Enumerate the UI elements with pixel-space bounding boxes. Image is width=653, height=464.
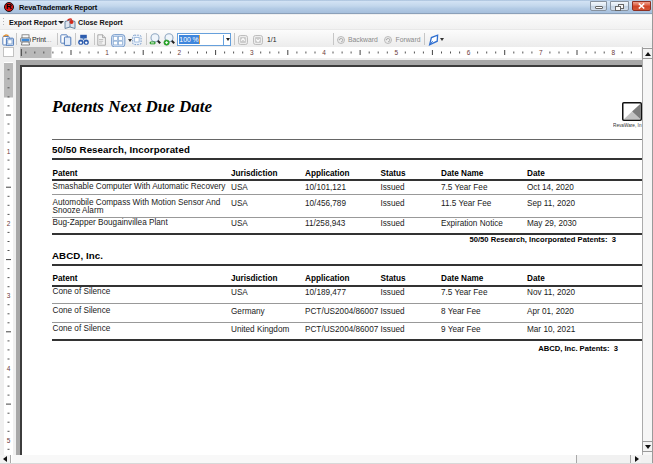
svg-text:4: 4 xyxy=(322,49,326,56)
svg-text:3: 3 xyxy=(7,292,11,299)
svg-text:5: 5 xyxy=(7,437,11,444)
svg-text:5: 5 xyxy=(394,49,398,56)
svg-text:1: 1 xyxy=(105,49,109,56)
svg-text:6: 6 xyxy=(467,49,471,56)
svg-text:3: 3 xyxy=(250,49,254,56)
svg-text:1: 1 xyxy=(7,148,11,155)
svg-text:8: 8 xyxy=(611,49,615,56)
svg-text:4: 4 xyxy=(7,365,11,372)
svg-text:2: 2 xyxy=(7,220,11,227)
svg-text:7: 7 xyxy=(539,49,543,56)
svg-text:2: 2 xyxy=(178,49,182,56)
